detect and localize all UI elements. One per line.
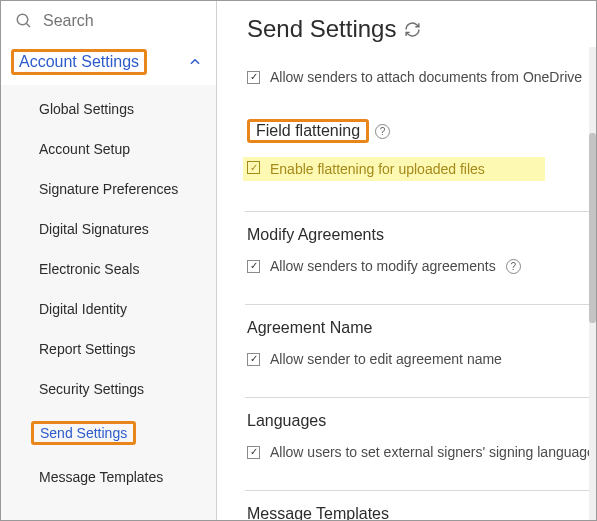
highlight-send-settings: Send Settings [31,421,136,445]
sidebar-item-digital-identity[interactable]: Digital Identity [1,289,216,329]
group-title-modify-agreements: Modify Agreements [247,226,596,244]
option-field-flattening: Enable flattening for uploaded files [247,153,596,185]
info-icon[interactable]: ? [506,259,521,274]
app-frame: Account Settings Global Settings Account… [0,0,597,521]
option-agreement-name: Allow sender to edit agreement name [247,347,596,371]
search-icon [15,12,33,30]
option-languages: Allow users to set external signers' sig… [247,440,596,464]
svg-point-0 [17,14,28,25]
sidebar-item-signature-preferences[interactable]: Signature Preferences [1,169,216,209]
sidebar-nav-list: Global Settings Account Setup Signature … [1,85,216,520]
group-title-field-flattening: Field flattening ? [247,119,596,143]
checkbox-enable-flattening[interactable] [247,161,260,174]
checkbox-modify-agreements[interactable] [247,260,260,273]
group-agreement-name: Agreement Name Allow sender to edit agre… [247,319,596,371]
group-languages: Languages Allow users to set external si… [247,412,596,464]
divider [245,304,594,305]
group-modify-agreements: Modify Agreements Allow senders to modif… [247,226,596,278]
chevron-up-icon [188,55,202,69]
option-modify-agreements: Allow senders to modify agreements ? [247,254,596,278]
content-scroll-track[interactable] [589,47,596,520]
sidebar-section-account-settings[interactable]: Account Settings [1,39,216,85]
option-agreement-name-label: Allow sender to edit agreement name [270,351,502,367]
option-languages-label: Allow users to set external signers' sig… [270,444,595,460]
option-onedrive-label: Allow senders to attach documents from O… [270,69,582,85]
checkbox-onedrive[interactable] [247,71,260,84]
search-row [1,1,216,39]
page-title: Send Settings [247,15,396,43]
group-title-languages: Languages [247,412,596,430]
group-title-agreement-name: Agreement Name [247,319,596,337]
content-scroll-thumb[interactable] [589,133,596,323]
sidebar: Account Settings Global Settings Account… [1,1,217,520]
sidebar-item-digital-signatures[interactable]: Digital Signatures [1,209,216,249]
checkbox-languages[interactable] [247,446,260,459]
highlight-enable-flattening: Enable flattening for uploaded files [243,157,545,181]
option-modify-agreements-label: Allow senders to modify agreements [270,258,496,274]
svg-line-1 [26,23,30,27]
info-icon[interactable]: ? [375,124,390,139]
highlight-account-settings: Account Settings [11,49,147,75]
highlight-field-flattening: Field flattening [247,119,369,143]
sidebar-item-electronic-seals[interactable]: Electronic Seals [1,249,216,289]
content-panel: Send Settings Allow senders to attach do… [217,1,596,520]
divider [245,211,594,212]
divider [245,397,594,398]
sidebar-item-message-templates[interactable]: Message Templates [1,457,216,497]
option-onedrive: Allow senders to attach documents from O… [247,65,596,89]
sidebar-item-report-settings[interactable]: Report Settings [1,329,216,369]
page-title-row: Send Settings [247,15,596,43]
divider [245,490,594,491]
group-message-templates: Message Templates [247,505,596,520]
checkbox-agreement-name[interactable] [247,353,260,366]
sidebar-item-security-settings[interactable]: Security Settings [1,369,216,409]
group-field-flattening: Field flattening ? Enable flattening for… [247,119,596,185]
group-title-message-templates: Message Templates [247,505,596,520]
refresh-icon[interactable] [404,21,421,38]
sidebar-item-global-settings[interactable]: Global Settings [1,89,216,129]
search-input[interactable] [41,11,204,31]
sidebar-item-account-setup[interactable]: Account Setup [1,129,216,169]
sidebar-section-label: Account Settings [19,53,139,70]
option-enable-flattening-label: Enable flattening for uploaded files [270,161,485,177]
sidebar-item-send-settings[interactable]: Send Settings [1,409,216,457]
